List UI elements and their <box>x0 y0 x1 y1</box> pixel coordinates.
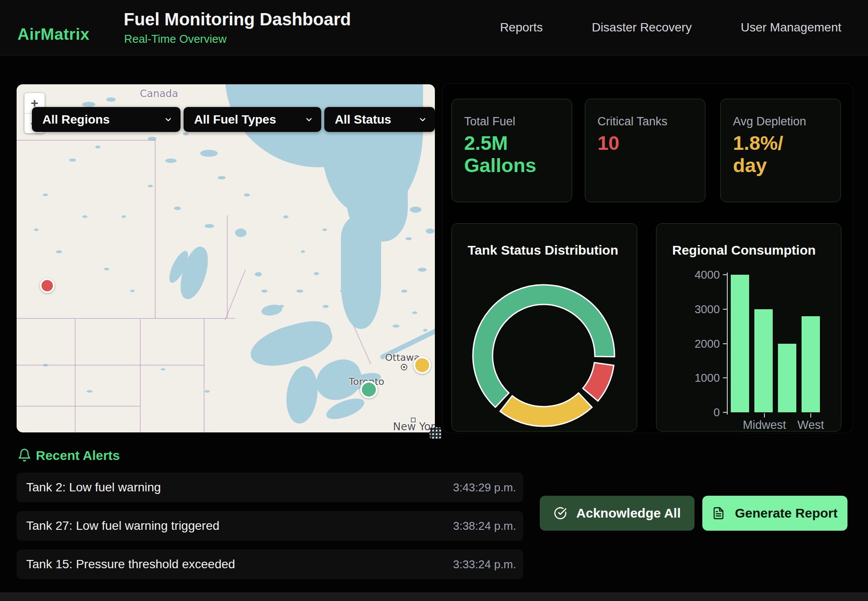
brand-logo[interactable]: AirMatrix <box>17 25 90 44</box>
map-geo-shape <box>122 215 126 218</box>
chevron-down-icon <box>164 115 173 124</box>
alert-row[interactable]: Tank 27: Low fuel warning triggered 3:38… <box>17 511 523 541</box>
kpi-total-fuel: Total Fuel 2.5M Gallons <box>451 99 572 202</box>
map-geo-shape <box>95 145 101 149</box>
map-geo-shape <box>323 305 329 308</box>
alert-time: 3:43:29 p.m. <box>453 481 516 494</box>
regional-consumption-chart-card: Regional Consumption 01000200030004000Mi… <box>656 223 841 432</box>
map-canvas[interactable]: Canada Ottawa Toronto New York + − All R… <box>17 84 435 432</box>
map-geo-shape <box>43 193 48 196</box>
map-geo-shape <box>148 185 153 187</box>
map-geo-shape <box>301 250 305 253</box>
map-geo-shape <box>340 290 344 292</box>
kpi-value: 10 <box>597 132 619 155</box>
map-geo-shape <box>314 272 319 275</box>
kpi-value: 1.8%/ day <box>733 132 783 177</box>
map-geo-shape <box>283 364 321 425</box>
donut-segment-warning[interactable] <box>500 393 592 426</box>
kpi-label: Critical Tanks <box>597 115 667 128</box>
kpi-critical-tanks: Critical Tanks 10 <box>585 99 705 202</box>
y-tick-label: 2000 <box>684 337 720 351</box>
map-marker-normal[interactable] <box>360 381 378 398</box>
map-geo-shape <box>392 325 399 328</box>
region-filter-dropdown[interactable]: All Regions <box>32 107 181 132</box>
generate-report-button[interactable]: Generate Report <box>702 496 847 531</box>
map-geo-shape <box>106 97 116 102</box>
y-axis-tick <box>723 377 727 378</box>
map-geo-shape <box>87 390 93 393</box>
regional-consumption-bar-chart: 01000200030004000MidwestWest <box>656 224 841 431</box>
check-circle-icon <box>554 507 567 520</box>
map-geo-shape <box>34 228 38 231</box>
map-geo-shape <box>255 272 262 276</box>
map-geo-shape <box>354 326 371 365</box>
ottawa-city-dot <box>401 364 407 370</box>
map-geo-shape <box>205 224 214 228</box>
map-geo-shape <box>17 365 205 366</box>
bar-region-2[interactable] <box>778 344 796 413</box>
map-geo-shape <box>235 228 247 237</box>
map-geo-shape <box>140 319 141 432</box>
map-geo-shape <box>69 159 76 162</box>
nav-disaster-recovery[interactable]: Disaster Recovery <box>592 21 692 35</box>
map-geo-shape <box>155 140 156 319</box>
y-tick-label: 0 <box>684 406 720 419</box>
map-resize-handle[interactable] <box>430 427 441 439</box>
bell-icon <box>17 448 31 462</box>
map-geo-shape <box>283 215 288 218</box>
map-filters: All Regions All Fuel Types All Status <box>32 107 435 132</box>
bar-region-1[interactable] <box>754 309 773 412</box>
status-filter-value: All Status <box>335 113 391 127</box>
nav-reports[interactable]: Reports <box>500 21 543 35</box>
map-geo-shape <box>246 316 336 373</box>
map-geo-shape <box>410 207 421 213</box>
kpi-avg-depletion: Avg Depletion 1.8%/ day <box>720 99 841 202</box>
bar-region-0[interactable] <box>731 275 749 412</box>
alert-time: 3:38:24 p.m. <box>453 519 516 533</box>
map-marker-warning[interactable] <box>413 356 431 374</box>
y-axis-tick <box>723 274 727 275</box>
alert-message: Tank 15: Pressure threshold exceeded <box>26 557 235 571</box>
alert-row[interactable]: Tank 2: Low fuel warning 3:43:29 p.m. <box>17 473 523 502</box>
tank-status-donut-chart <box>452 224 637 431</box>
fuel-type-filter-dropdown[interactable]: All Fuel Types <box>184 107 321 132</box>
map-geo-shape <box>244 193 250 197</box>
map-geo-shape <box>296 290 303 293</box>
alerts-heading: Recent Alerts <box>36 448 120 463</box>
map-geo-shape <box>401 290 407 293</box>
x-tick-label: West <box>780 418 841 432</box>
map-geo-shape <box>279 305 284 307</box>
map-geo-shape <box>82 215 87 218</box>
bar-region-3[interactable] <box>802 316 820 413</box>
page-subtitle: Real-Time Overview <box>124 32 227 46</box>
tank-status-chart-card: Tank Status Distribution <box>451 223 637 432</box>
map-geo-shape <box>161 368 165 370</box>
y-axis-tick <box>723 343 727 344</box>
map-geo-shape <box>388 215 396 219</box>
alert-row[interactable]: Tank 15: Pressure threshold exceeded 3:3… <box>17 549 523 579</box>
document-icon <box>712 507 725 520</box>
map-marker-critical[interactable] <box>40 278 55 293</box>
y-tick-label: 3000 <box>684 303 720 316</box>
map-geo-shape <box>130 290 135 292</box>
y-axis-line <box>727 273 728 414</box>
kpi-value: 2.5M Gallons <box>464 132 536 177</box>
map-geo-shape <box>205 390 210 393</box>
page-title: Fuel Monitoring Dashboard <box>124 10 351 29</box>
status-filter-dropdown[interactable]: All Status <box>324 107 435 132</box>
map-geo-shape <box>418 268 427 272</box>
map-geo-shape <box>200 150 218 157</box>
alert-time: 3:33:24 p.m. <box>453 558 516 571</box>
acknowledge-all-button[interactable]: Acknowledge All <box>540 496 694 531</box>
map-geo-shape <box>174 207 181 210</box>
acknowledge-all-label: Acknowledge All <box>576 506 681 521</box>
donut-segment-critical[interactable] <box>583 363 614 401</box>
y-tick-label: 1000 <box>684 371 720 385</box>
map-geo-shape <box>56 250 62 253</box>
map-geo-shape <box>227 215 228 318</box>
map-geo-shape <box>218 176 226 180</box>
nav-user-management[interactable]: User Management <box>741 21 841 35</box>
map-label-canada: Canada <box>140 88 178 99</box>
y-tick-label: 4000 <box>684 268 720 282</box>
chevron-down-icon <box>305 115 313 124</box>
